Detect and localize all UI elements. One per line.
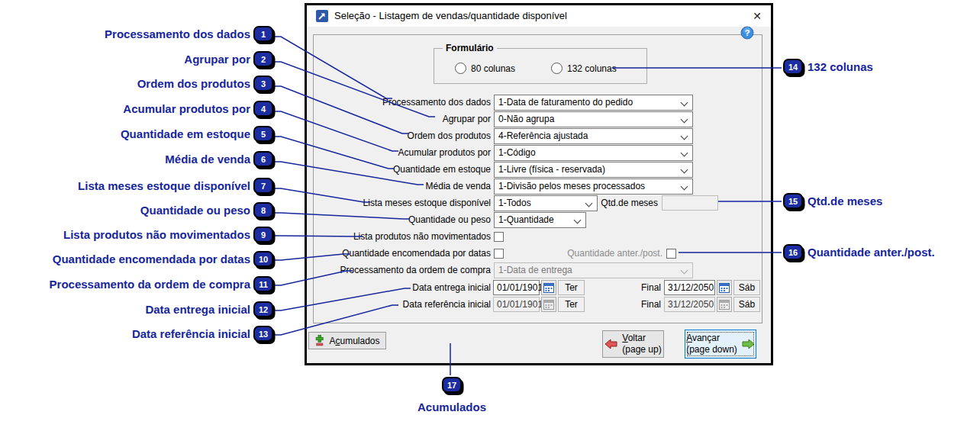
annotation-label-5: Quantidade em estoque (0, 127, 250, 142)
help-icon[interactable]: ? (740, 26, 754, 40)
field-label-encomendada: Quantidade encomendada por datas (313, 246, 491, 262)
field-label-nao-movimentados: Lista produtos não movimentados (313, 229, 491, 245)
avancar-button[interactable]: Avançar (page down) (685, 330, 756, 359)
data-referencia-final-weekday: Sáb (733, 297, 760, 312)
annotation-label-4: Acumular produtos por (0, 101, 250, 117)
data-entrega-inicial-input[interactable]: 01/01/1901 (493, 280, 540, 295)
annotation-badge-4: 4 (253, 101, 273, 117)
annotation-badge-11: 11 (253, 276, 273, 292)
checkbox-nao-movimentados[interactable] (494, 232, 504, 242)
annotation-badge-16: 16 (783, 244, 803, 260)
field-label-media: Média de venda (313, 179, 491, 195)
avancar-label: Avançar (page down) (686, 333, 737, 355)
checkbox-encomendada-datas[interactable] (494, 249, 504, 259)
acumulados-label: Acumulados (329, 336, 379, 346)
dialog-title: Seleção - Listagem de vendas/quantidade … (334, 5, 567, 27)
annotation-badge-6: 6 (253, 151, 273, 167)
chevron-down-icon (681, 183, 688, 191)
data-referencia-final-input: 31/12/2050 (664, 297, 715, 312)
qtd-meses-input (662, 195, 718, 211)
annotation-label-10: Quantidade encomendada por datas (0, 252, 250, 267)
formulario-legend: Formulário (443, 43, 497, 53)
field-label-ordem: Ordem dos produtos (313, 128, 491, 144)
annotation-label-7: Lista meses estoque disponível (0, 179, 250, 194)
chevron-down-icon (681, 116, 688, 124)
chevron-down-icon (681, 267, 688, 275)
field-label-meses: Lista meses estoque disponível (313, 195, 491, 211)
radio-circle-icon (551, 63, 563, 74)
data-entrega-weekday: Ter (558, 280, 585, 295)
annotation-badge-5: 5 (253, 126, 273, 142)
annotation-label-3: Ordem dos produtos (0, 76, 250, 92)
annotation-badge-13: 13 (253, 326, 273, 342)
annotation-label-9: Lista produtos não movimentados (0, 227, 250, 243)
radio-80-label: 80 colunas (471, 63, 515, 74)
voltar-label: Voltar (page up) (622, 333, 661, 355)
field-label-estoque: Quantidade em estoque (313, 162, 491, 178)
radio-132-colunas[interactable]: 132 colunas (551, 63, 617, 74)
annotation-label-12: Data entrega inicial (0, 302, 250, 317)
chevron-down-icon (574, 217, 582, 224)
annotation-label-6: Média de venda (0, 152, 250, 167)
select-ordem-produtos[interactable]: 4-Referência ajustada (494, 128, 693, 144)
field-label-data-referencia: Data referência inicial (313, 297, 491, 312)
annotation-label-13: Data referência inicial (0, 326, 250, 342)
field-label-agrupar: Agrupar por (313, 111, 491, 127)
annotation-badge-2: 2 (253, 51, 273, 67)
voltar-button[interactable]: Voltar (page up) (602, 330, 664, 358)
annotation-badge-12: 12 (253, 301, 273, 317)
annotation-label-8: Quantidade ou peso (0, 203, 250, 218)
field-label-ordem-compra: Processamento da ordem de compra (313, 262, 491, 278)
annotation-label-2: Agrupar por (0, 52, 250, 67)
calendar-icon (717, 297, 732, 312)
plus-minus-icon (314, 335, 324, 346)
field-label-processamento: Processamento dos dados (313, 95, 491, 111)
svg-text:?: ? (745, 28, 750, 37)
arrow-right-icon (742, 339, 755, 349)
calendar-icon[interactable] (717, 280, 732, 295)
select-quantidade-estoque[interactable]: 1-Livre (física - reservada) (494, 162, 693, 178)
annotation-badge-14: 14 (783, 59, 803, 75)
qtd-meses-label: Qtd.de meses (534, 195, 658, 211)
annotation-label-16: Quantidade anter./post. (808, 245, 935, 260)
calendar-icon[interactable] (541, 280, 556, 295)
annotation-badge-3: 3 (253, 76, 273, 92)
data-referencia-weekday: Ter (558, 297, 585, 312)
annotation-badge-8: 8 (253, 202, 273, 218)
app-icon (316, 10, 328, 22)
select-agrupar-por[interactable]: 0-Não agrupa (494, 111, 693, 127)
annotation-label-1: Processamento dos dados (0, 27, 250, 42)
select-quantidade-peso[interactable]: 1-Quantidade (494, 212, 586, 228)
annotation-label-15: Qtd.de meses (808, 194, 882, 209)
radio-circle-icon (455, 63, 466, 74)
field-label-peso: Quantidade ou peso (313, 212, 491, 228)
chevron-down-icon (681, 166, 688, 174)
chevron-down-icon (681, 150, 688, 157)
chevron-down-icon (681, 99, 688, 107)
annotation-badge-17: 17 (442, 377, 462, 393)
select-acumular-produtos[interactable]: 1-Código (494, 145, 693, 161)
data-entrega-final-input[interactable]: 31/12/2050 (664, 280, 715, 295)
radio-132-label: 132 colunas (567, 63, 617, 74)
data-referencia-inicial-input: 01/01/1901 (493, 297, 540, 312)
annotation-badge-15: 15 (783, 193, 803, 209)
annotation-badge-1: 1 (253, 26, 273, 42)
select-processamento-dados[interactable]: 1-Data de faturamento do pedido (494, 95, 693, 111)
calendar-icon (541, 297, 556, 312)
select-media-venda[interactable]: 1-Divisão pelos meses processados (494, 179, 693, 195)
chevron-down-icon (681, 133, 688, 140)
annotation-label-14: 132 colunas (808, 60, 873, 75)
final-label: Final (611, 297, 661, 312)
annotation-badge-10: 10 (253, 251, 273, 267)
annotation-badge-9: 9 (253, 227, 273, 243)
final-label: Final (611, 280, 661, 295)
select-ordem-compra: 1-Data de entrega (494, 262, 693, 278)
annotation-badge-7: 7 (253, 178, 273, 194)
close-icon[interactable]: ✕ (748, 7, 766, 25)
annotation-label-17: Acumulados (376, 400, 528, 415)
arrow-left-icon (604, 339, 617, 349)
acumulados-button[interactable]: Acumulados (308, 332, 386, 349)
field-label-data-entrega: Data entrega inicial (313, 280, 491, 295)
radio-80-colunas[interactable]: 80 colunas (455, 63, 515, 74)
checkbox-anter-post (666, 249, 676, 259)
